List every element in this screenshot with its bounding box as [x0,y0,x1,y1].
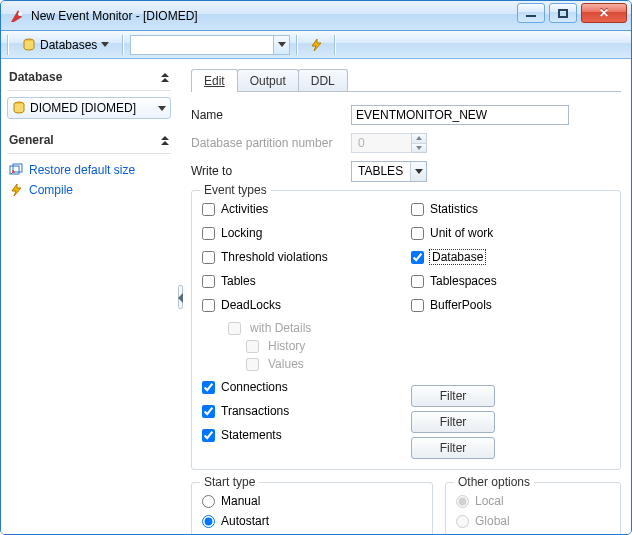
restore-size-icon [9,163,23,177]
tab-output[interactable]: Output [237,69,299,91]
lbl-transactions: Transactions [221,404,289,418]
collapse-icon [161,73,169,82]
restore-default-size-link[interactable]: Restore default size [29,163,135,177]
partition-input [351,133,411,153]
app-icon [9,8,25,24]
tab-strip: Edit Output DDL [191,68,621,92]
lbl-local: Local [475,494,504,508]
chk-statements[interactable] [202,429,215,442]
chk-activities[interactable] [202,203,215,216]
tab-edit[interactable]: Edit [191,69,238,92]
toolbar-combo-dropdown[interactable] [273,36,289,54]
main-toolbar: Databases [1,31,631,59]
compile-link[interactable]: Compile [29,183,73,197]
databases-dropdown-button[interactable]: Databases [15,34,116,56]
window-title: New Event Monitor - [DIOMED] [31,9,198,23]
chevron-down-icon [101,42,109,47]
maximize-button[interactable] [549,3,577,23]
chk-deadlocks[interactable] [202,299,215,312]
toolbar-separator [122,35,124,55]
chk-transactions[interactable] [202,405,215,418]
svg-marker-3 [312,39,321,51]
label-write-to: Write to [191,164,351,178]
lightning-icon [9,183,23,197]
toolbar-combo[interactable] [130,35,290,55]
lbl-global: Global [475,514,510,528]
chk-values [246,358,259,371]
toolbar-separator [7,35,9,55]
start-type-legend: Start type [200,475,259,489]
lbl-deadlocks: DeadLocks [221,298,281,312]
lbl-autostart: Autostart [221,514,269,528]
window-buttons: ✕ [513,3,627,23]
radio-global [456,515,469,528]
client-area: Database DIOMED [DIOMED] General [1,59,631,534]
radio-local [456,495,469,508]
lbl-activities: Activities [221,202,268,216]
sidebar-general-title: General [9,133,54,147]
databases-label: Databases [40,38,97,52]
chk-connections[interactable] [202,381,215,394]
filter-connections-button[interactable]: Filter [411,385,495,407]
database-selector[interactable]: DIOMED [DIOMED] [7,97,171,119]
event-types-legend: Event types [200,183,271,197]
lbl-connections: Connections [221,380,288,394]
svg-marker-7 [12,184,21,196]
chk-tablespaces[interactable] [411,275,424,288]
lbl-statements: Statements [221,428,282,442]
chk-threshold[interactable] [202,251,215,264]
lbl-threshold: Threshold violations [221,250,328,264]
filter-statements-button[interactable]: Filter [411,437,495,459]
chk-bufferpools[interactable] [411,299,424,312]
start-type-group: Start type Manual Autostart [191,482,433,534]
radio-autostart[interactable] [202,515,215,528]
lightning-icon [309,38,323,52]
lbl-statistics: Statistics [430,202,478,216]
title-bar: New Event Monitor - [DIOMED] ✕ [1,1,631,31]
sidebar-section-general-header[interactable]: General [7,129,171,154]
chk-statistics[interactable] [411,203,424,216]
label-partition: Database partition number [191,136,351,150]
minimize-button[interactable] [517,3,545,23]
tab-ddl[interactable]: DDL [298,69,348,91]
lbl-manual: Manual [221,494,260,508]
chk-history [246,340,259,353]
svg-marker-0 [11,10,22,22]
sidebar-section-database-header[interactable]: Database [7,66,171,91]
lbl-values: Values [268,357,304,371]
chk-database[interactable] [411,251,424,264]
name-input[interactable] [351,105,569,125]
toolbar-separator [296,35,298,55]
lbl-unit-of-work: Unit of work [430,226,493,240]
toolbar-separator [334,35,336,55]
svg-point-1 [18,12,22,16]
lbl-bufferpools: BufferPools [430,298,492,312]
left-sidebar: Database DIOMED [DIOMED] General [1,60,177,534]
filter-transactions-button[interactable]: Filter [411,411,495,433]
lbl-tablespaces: Tablespaces [430,274,497,288]
lbl-history: History [268,339,305,353]
chk-locking[interactable] [202,227,215,240]
chevron-down-icon [278,42,286,47]
write-to-value: TABLES [352,162,410,181]
lbl-database: Database [430,250,485,264]
partition-spin-down [412,144,426,153]
compile-toolbar-button[interactable] [304,34,328,56]
chevron-down-icon [158,106,166,111]
database-icon [12,101,26,115]
partition-spin-up [412,134,426,144]
app-window: New Event Monitor - [DIOMED] ✕ Databases [0,0,632,535]
other-options-group: Other options Local Global [445,482,621,534]
partition-spinner [351,133,427,153]
chk-tables[interactable] [202,275,215,288]
close-button[interactable]: ✕ [581,3,627,23]
sidebar-item-compile[interactable]: Compile [7,180,171,200]
chk-with-details [228,322,241,335]
sidebar-item-restore[interactable]: Restore default size [7,160,171,180]
sidebar-database-title: Database [9,70,62,84]
chk-unit-of-work[interactable] [411,227,424,240]
chevron-down-icon [415,169,423,174]
lbl-tables: Tables [221,274,256,288]
write-to-select[interactable]: TABLES [351,161,427,182]
radio-manual[interactable] [202,495,215,508]
